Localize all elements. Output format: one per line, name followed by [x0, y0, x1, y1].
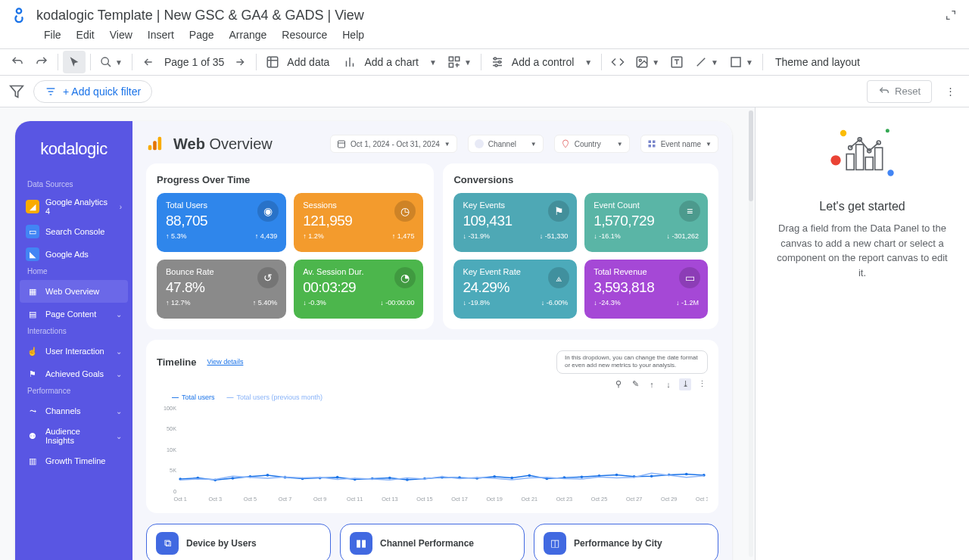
select-tool[interactable] — [63, 51, 86, 73]
add-control-button[interactable]: Add a control▼ — [486, 51, 597, 73]
prev-page[interactable] — [137, 51, 160, 73]
chart-export-icon[interactable]: ⤓ — [679, 378, 691, 390]
svg-point-2 — [101, 58, 108, 64]
svg-point-20 — [495, 64, 497, 67]
filter-country[interactable]: Country▼ — [554, 135, 630, 153]
next-page[interactable] — [229, 51, 251, 73]
legend-item: Total users (previous month) — [227, 394, 323, 401]
add-data-button[interactable]: Add data — [261, 51, 337, 73]
chart-filter-icon[interactable]: ⚲ — [612, 378, 625, 390]
svg-rect-11 — [455, 57, 459, 61]
device-by-users-card[interactable]: ⧉Device by Users — [146, 524, 331, 560]
report-canvas[interactable]: kodalogic Data Sources ◢Google Analytics… — [15, 121, 732, 560]
add-chart-button[interactable]: Add a chart▼ — [338, 51, 441, 73]
fullscreen-icon[interactable] — [942, 6, 960, 24]
menu-help[interactable]: Help — [336, 26, 370, 44]
shape-button[interactable]: ▼ — [724, 51, 758, 73]
more-options[interactable]: ⋮ — [941, 81, 960, 101]
document-title[interactable]: kodalogic Template | New GSC & GA4 & GAD… — [36, 8, 942, 23]
metric-card[interactable]: ⚑ Key Events 109,431 ↓ -31.9%↓ -51,330 — [453, 193, 577, 252]
view-details-link[interactable]: View details — [207, 358, 244, 366]
svg-rect-35 — [338, 141, 344, 148]
sidebar-item-pagecontent[interactable]: ▤Page Content⌄ — [15, 303, 132, 325]
svg-point-85 — [581, 475, 584, 478]
sidebar-item-gsc[interactable]: ▭Search Console — [15, 220, 132, 243]
metric-card[interactable]: ≡ Event Count 1,570,729 ↓ -16.1%↓ -301,2… — [584, 193, 708, 252]
svg-point-81 — [510, 477, 513, 480]
timeline-tooltip: In this dropdown, you can change the dat… — [556, 350, 708, 374]
svg-point-75 — [406, 478, 409, 481]
svg-point-67 — [266, 474, 270, 477]
metric-card[interactable]: ↺ Bounce Rate 47.8% ↑ 12.7%↑ 5.40% — [157, 260, 286, 319]
sidebar-item-channels[interactable]: ⤳Channels⌄ — [15, 400, 132, 422]
menu-insert[interactable]: Insert — [142, 26, 180, 44]
metric-card[interactable]: ◔ Av. Session Dur. 00:03:29 ↓ -0.3%↓ -00… — [294, 260, 423, 319]
svg-text:Oct 9: Oct 9 — [313, 496, 326, 502]
metric-card[interactable]: ⟁ Key Event Rate 24.29% ↓ -19.8%↓ -6.00% — [453, 260, 577, 319]
community-visualizations[interactable]: ▼ — [443, 51, 476, 73]
dashboard-sidebar: kodalogic Data Sources ◢Google Analytics… — [15, 121, 132, 560]
filter-eventname[interactable]: Event name▼ — [640, 135, 718, 153]
sidebar-item-ga4[interactable]: ◢Google Analytics 4› — [15, 193, 132, 220]
svg-rect-97 — [846, 154, 854, 170]
svg-text:Oct 27: Oct 27 — [626, 496, 642, 502]
menu-arrange[interactable]: Arrange — [223, 26, 273, 44]
sidebar-item-audience[interactable]: ⚉Audience Insights⌄ — [15, 422, 132, 450]
svg-point-89 — [650, 474, 653, 478]
embed-button[interactable] — [606, 51, 629, 73]
svg-line-3 — [107, 64, 111, 67]
line-button[interactable]: ▼ — [690, 51, 723, 73]
rightpanel-title: Let's get started — [774, 200, 951, 213]
menu-view[interactable]: View — [104, 26, 139, 44]
scrollbar-thumb[interactable] — [749, 110, 753, 201]
svg-text:10K: 10K — [167, 447, 176, 453]
ga-icon — [146, 135, 163, 152]
channel-performance-card[interactable]: ▮▮Channel Performance — [340, 524, 525, 560]
menu-edit[interactable]: Edit — [70, 26, 101, 44]
sidebar-item-achievedgoals[interactable]: ⚑Achieved Goals⌄ — [15, 362, 132, 385]
svg-point-91 — [685, 473, 688, 476]
zoom-button[interactable]: ▼ — [95, 51, 127, 73]
svg-rect-4 — [268, 57, 279, 67]
sidebar-label-datasources: Data Sources — [15, 179, 132, 193]
performance-by-city-card[interactable]: ◫Performance by City — [534, 524, 718, 560]
chart-sort-down-icon[interactable]: ↓ — [662, 378, 675, 390]
date-range-picker[interactable]: Oct 1, 2024 - Oct 31, 2024▼ — [330, 135, 457, 153]
legend-item: Total users — [172, 394, 215, 401]
sidebar-item-growth[interactable]: ▥Growth Timeline — [15, 450, 132, 472]
sidebar-label-interactions: Interactions — [15, 325, 132, 340]
svg-point-19 — [498, 61, 500, 64]
menu-page[interactable]: Page — [183, 26, 220, 44]
svg-point-0 — [17, 8, 21, 13]
undo-button[interactable] — [6, 51, 29, 73]
getstarted-illustration — [824, 126, 900, 186]
theme-layout-button[interactable]: Theme and layout — [768, 51, 868, 73]
menu-file[interactable]: File — [38, 26, 67, 44]
sidebar-item-userinteraction[interactable]: ☝User Interaction⌄ — [15, 340, 132, 362]
svg-text:0: 0 — [173, 489, 176, 495]
image-button[interactable]: ▼ — [631, 51, 664, 73]
properties-panel: Let's get started Drag a field from the … — [755, 107, 969, 560]
timeline-chart[interactable]: 05K10K50K100KOct 1Oct 3Oct 5Oct 7Oct 9Oc… — [157, 404, 708, 502]
reset-button[interactable]: Reset — [867, 80, 932, 103]
chart-more-icon[interactable]: ⋮ — [696, 378, 708, 390]
metric-card[interactable]: ◉ Total Users 88,705 ↑ 5.3%↑ 4,439 — [157, 193, 286, 252]
svg-rect-33 — [153, 141, 157, 150]
metric-card[interactable]: ▭ Total Revenue 3,593,818 ↓ -24.3%↓ -1.2… — [584, 260, 708, 319]
menu-resource[interactable]: Resource — [276, 26, 333, 44]
chart-sort-up-icon[interactable]: ↑ — [646, 378, 658, 390]
metric-card[interactable]: ◷ Sessions 121,959 ↑ 1.2%↑ 1,475 — [294, 193, 423, 252]
redo-button[interactable] — [30, 51, 53, 73]
add-quick-filter[interactable]: + Add quick filter — [33, 80, 152, 103]
svg-rect-39 — [648, 145, 651, 148]
sidebar-item-weboverview[interactable]: ▦Web Overview — [20, 280, 128, 303]
svg-text:Oct 31: Oct 31 — [696, 496, 708, 502]
looker-studio-logo[interactable] — [9, 5, 29, 25]
filter-channel[interactable]: Channel▼ — [468, 135, 544, 153]
text-button[interactable] — [665, 51, 688, 73]
svg-point-74 — [388, 477, 391, 480]
svg-text:Oct 21: Oct 21 — [522, 496, 537, 502]
svg-rect-37 — [648, 141, 651, 144]
sidebar-item-gads[interactable]: ◣Google Ads — [15, 243, 132, 266]
chart-edit-icon[interactable]: ✎ — [629, 378, 641, 390]
